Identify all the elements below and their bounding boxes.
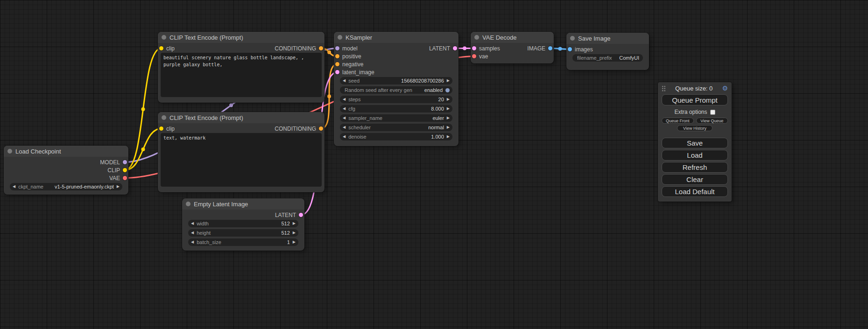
increment-arrow-icon[interactable]: ▶ [293,240,296,244]
settings-gear-icon[interactable]: ⚙ [722,85,728,91]
widget-cfg[interactable]: ◀ cfg 8.000 ▶ [340,105,452,112]
input-port-vae[interactable] [472,54,476,58]
decrement-arrow-icon[interactable]: ◀ [191,231,194,235]
node-load-checkpoint[interactable]: Load Checkpoint MODEL CLIP VAE ◀ ckpt_na… [4,146,128,195]
output-port-latent[interactable] [299,213,303,217]
widget-scheduler[interactable]: ◀ scheduler normal ▶ [340,124,452,131]
node-titlebar[interactable]: Save Image [566,33,649,44]
input-port-samples[interactable] [472,46,476,50]
input-port-model[interactable] [335,46,339,50]
queue-prompt-button[interactable]: Queue Prompt [662,94,728,105]
widget-width[interactable]: ◀ width 512 ▶ [188,220,298,227]
increment-arrow-icon[interactable]: ▶ [293,231,296,235]
input-port-latent-image[interactable] [335,70,339,74]
widget-sampler-name[interactable]: ◀ sampler_name euler ▶ [340,114,452,122]
output-port-model[interactable] [123,160,127,164]
widget-label: Random seed after every gen [345,88,412,93]
widget-label: ckpt_name [18,184,43,189]
slot-label: CONDITIONING [275,45,316,52]
increment-arrow-icon[interactable]: ▶ [117,185,120,189]
node-collapse-dot-icon[interactable] [338,35,342,40]
link-midpoint-dot [558,47,562,51]
load-default-button[interactable]: Load Default [662,186,728,197]
decrement-arrow-icon[interactable]: ◀ [343,79,346,83]
view-queue-button[interactable]: View Queue [696,118,728,124]
input-port-negative[interactable] [335,62,339,66]
queue-front-button[interactable]: Queue Front [662,118,694,124]
widget-value: normal [428,125,444,130]
widget-seed[interactable]: ◀ seed 156680208700286 ▶ [340,77,452,84]
widget-filename-prefix[interactable]: filename_prefix ComfyUI [572,54,643,62]
graph-canvas[interactable]: { "link_colors": { "MODEL": "#B39DDB", "… [0,0,868,329]
node-collapse-dot-icon[interactable] [7,149,12,154]
slot-label: latent_image [342,69,374,76]
slot-label: MODEL [100,159,120,166]
node-clip-text-encode-negative[interactable]: CLIP Text Encode (Prompt) clip CONDITION… [158,112,325,192]
node-collapse-dot-icon[interactable] [186,202,191,206]
widget-ckpt-name[interactable]: ◀ ckpt_name v1-5-pruned-emaonly.ckpt ▶ [10,183,122,190]
decrement-arrow-icon[interactable]: ◀ [191,240,194,244]
node-titlebar[interactable]: CLIP Text Encode (Prompt) [158,112,325,123]
widget-value: 1.000 [431,134,444,140]
toggle-dot-icon[interactable] [445,88,450,92]
input-slot-vae: vae [471,52,554,60]
increment-arrow-icon[interactable]: ▶ [447,126,450,129]
widget-label: sampler_name [348,116,382,121]
widget-batch-size[interactable]: ◀ batch_size 1 ▶ [188,238,298,246]
increment-arrow-icon[interactable]: ▶ [293,222,296,225]
decrement-arrow-icon[interactable]: ◀ [343,107,346,111]
node-vae-decode[interactable]: VAE Decode samples IMAGE vae [471,32,554,63]
output-port-conditioning[interactable] [319,46,323,50]
widget-label: height [197,231,211,236]
widget-height[interactable]: ◀ height 512 ▶ [188,229,298,237]
input-port-images[interactable] [568,47,572,51]
node-empty-latent-image[interactable]: Empty Latent Image LATENT ◀ width 512 ▶ … [182,198,304,251]
output-port-vae[interactable] [123,176,127,180]
output-port-latent[interactable] [453,46,457,50]
prompt-textarea[interactable]: text, watermark [161,133,322,187]
increment-arrow-icon[interactable]: ▶ [447,79,450,83]
view-history-button[interactable]: View History [677,125,713,131]
increment-arrow-icon[interactable]: ▶ [447,98,450,101]
decrement-arrow-icon[interactable]: ◀ [13,185,15,189]
extra-options-checkbox[interactable] [710,110,715,115]
decrement-arrow-icon[interactable]: ◀ [191,222,194,225]
output-port-image[interactable] [548,46,552,50]
node-save-image[interactable]: Save Image images filename_prefix ComfyU… [566,33,649,70]
node-titlebar[interactable]: Load Checkpoint [4,146,128,157]
output-port-clip[interactable] [123,168,127,172]
widget-random-seed-toggle[interactable]: Random seed after every gen enabled [340,86,452,94]
node-collapse-dot-icon[interactable] [570,36,575,41]
panel-drag-handle-icon[interactable] [662,85,666,91]
input-port-clip[interactable] [159,46,163,50]
input-port-positive[interactable] [335,54,339,58]
slot-label: model [342,45,358,52]
input-port-clip[interactable] [159,126,163,131]
increment-arrow-icon[interactable]: ▶ [447,107,450,111]
decrement-arrow-icon[interactable]: ◀ [343,135,346,139]
refresh-button[interactable]: Refresh [662,162,728,173]
widget-denoise[interactable]: ◀ denoise 1.000 ▶ [340,133,452,140]
increment-arrow-icon[interactable]: ▶ [447,116,450,120]
prompt-textarea[interactable]: beautiful scenery nature glass bottle la… [161,53,322,97]
decrement-arrow-icon[interactable]: ◀ [343,116,346,120]
widget-steps[interactable]: ◀ steps 20 ▶ [340,96,452,103]
node-collapse-dot-icon[interactable] [162,115,166,120]
slot-label: positive [342,53,361,60]
output-port-conditioning[interactable] [319,126,323,131]
save-button[interactable]: Save [662,138,728,148]
link-midpoint-dot [327,50,331,54]
clear-button[interactable]: Clear [662,174,728,185]
increment-arrow-icon[interactable]: ▶ [447,135,450,139]
decrement-arrow-icon[interactable]: ◀ [343,98,346,101]
node-titlebar[interactable]: VAE Decode [471,32,554,43]
node-titlebar[interactable]: CLIP Text Encode (Prompt) [158,32,325,43]
node-ksampler[interactable]: KSampler model LATENT positive negative … [334,32,459,146]
node-clip-text-encode-positive[interactable]: CLIP Text Encode (Prompt) clip CONDITION… [158,32,325,103]
decrement-arrow-icon[interactable]: ◀ [343,126,346,129]
node-collapse-dot-icon[interactable] [162,35,166,40]
node-collapse-dot-icon[interactable] [474,35,479,40]
node-titlebar[interactable]: Empty Latent Image [182,198,304,210]
load-button[interactable]: Load [662,150,728,161]
node-titlebar[interactable]: KSampler [334,32,459,43]
